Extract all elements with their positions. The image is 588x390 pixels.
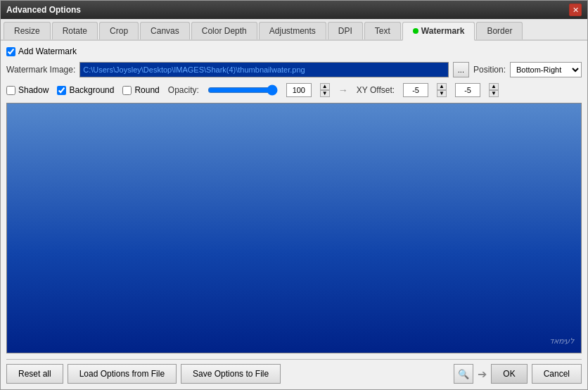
watermark-active-dot	[413, 28, 418, 34]
tab-rotate[interactable]: Rotate	[52, 22, 98, 39]
footer-left: Reset all Load Options from File Save Op…	[6, 364, 281, 384]
ok-button[interactable]: OK	[491, 364, 527, 384]
watermark-preview-text: לעימאד	[549, 336, 574, 346]
content-area: Add Watermark Watermark Image: ... Posit…	[1, 41, 587, 389]
shadow-label: Shadow	[18, 85, 49, 95]
tab-canvas[interactable]: Canvas	[140, 22, 190, 39]
watermark-image-input[interactable]	[79, 62, 449, 77]
y-offset-spinners: ▲ ▼	[489, 83, 499, 97]
shadow-checkbox-label[interactable]: Shadow	[6, 85, 49, 95]
y-offset-input[interactable]	[455, 83, 480, 97]
watermark-image-row: Watermark Image: ... Position: Bottom-Ri…	[6, 62, 582, 77]
tab-color-depth[interactable]: Color Depth	[191, 22, 257, 39]
background-label: Background	[69, 85, 114, 95]
round-label: Round	[134, 85, 159, 95]
load-options-button[interactable]: Load Options from File	[68, 364, 177, 384]
cancel-button[interactable]: Cancel	[532, 364, 582, 384]
footer: Reset all Load Options from File Save Op…	[6, 359, 582, 384]
tab-watermark[interactable]: Watermark	[402, 22, 475, 41]
add-watermark-checkbox[interactable]	[6, 47, 15, 56]
position-select[interactable]: Bottom-Right Top-Left Top-Center Top-Rig…	[510, 62, 582, 77]
footer-right: 🔍 ➔ OK Cancel	[454, 364, 582, 384]
tab-dpi[interactable]: DPI	[328, 22, 363, 39]
tab-resize[interactable]: Resize	[4, 22, 51, 39]
main-window: Advanced Options ✕ Resize Rotate Crop Ca…	[0, 0, 588, 390]
arrow-right-icon: ➔	[478, 367, 487, 381]
watermark-image-label: Watermark Image:	[6, 65, 75, 75]
tab-crop[interactable]: Crop	[99, 22, 139, 39]
tab-adjustments[interactable]: Adjustments	[259, 22, 326, 39]
round-checkbox[interactable]	[122, 86, 132, 95]
shadow-checkbox[interactable]	[6, 86, 15, 95]
xy-offset-label: XY Offset:	[357, 85, 395, 95]
round-checkbox-label[interactable]: Round	[122, 85, 159, 95]
add-watermark-label: Add Watermark	[18, 46, 77, 56]
preview-area: לעימאד	[6, 103, 582, 353]
x-offset-spinners: ▲ ▼	[437, 83, 447, 97]
opacity-label: Opacity:	[168, 85, 199, 95]
opacity-slider[interactable]	[207, 84, 278, 96]
window-title: Advanced Options	[6, 5, 81, 15]
y-offset-down-button[interactable]: ▼	[489, 90, 499, 97]
xy-arrow-icon: →	[338, 84, 348, 96]
close-button[interactable]: ✕	[569, 4, 582, 16]
x-offset-down-button[interactable]: ▼	[437, 90, 447, 97]
tab-text[interactable]: Text	[364, 22, 401, 39]
x-offset-up-button[interactable]: ▲	[437, 83, 447, 90]
opacity-down-button[interactable]: ▼	[320, 90, 330, 97]
opacity-input[interactable]	[286, 83, 312, 97]
settings-row: Shadow Background Round Opacity: ▲ ▼ → X…	[6, 83, 582, 97]
title-bar: Advanced Options ✕	[1, 1, 587, 19]
y-offset-up-button[interactable]: ▲	[489, 83, 499, 90]
search-icon-button[interactable]: 🔍	[454, 364, 473, 384]
save-options-button[interactable]: Save Options to File	[181, 364, 281, 384]
background-checkbox-label[interactable]: Background	[57, 85, 114, 95]
add-watermark-checkbox-label[interactable]: Add Watermark	[6, 46, 77, 56]
tab-border[interactable]: Border	[476, 22, 523, 39]
position-label: Position:	[473, 65, 506, 75]
x-offset-input[interactable]	[403, 83, 428, 97]
opacity-spinners: ▲ ▼	[320, 83, 330, 97]
browse-button[interactable]: ...	[453, 62, 469, 77]
add-watermark-row: Add Watermark	[6, 46, 582, 56]
opacity-up-button[interactable]: ▲	[320, 83, 330, 90]
reset-all-button[interactable]: Reset all	[6, 364, 63, 384]
background-checkbox[interactable]	[57, 86, 66, 95]
search-icon: 🔍	[458, 369, 469, 379]
tab-bar: Resize Rotate Crop Canvas Color Depth Ad…	[1, 19, 587, 41]
